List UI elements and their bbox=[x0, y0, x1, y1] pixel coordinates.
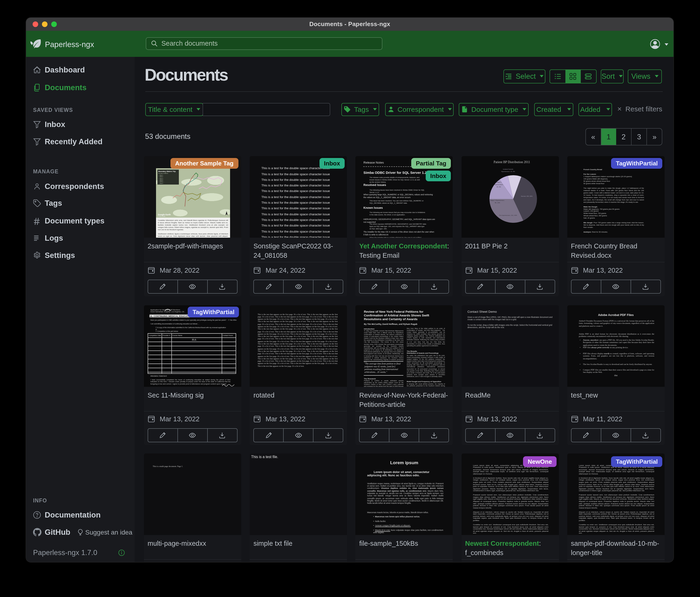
svg-text:Hypertension, 31, 6%: Hypertension, 31, 6% bbox=[501, 171, 515, 172]
svg-text:Stage 2: Stage 2 bbox=[496, 182, 501, 183]
svg-text:44, 9%: 44, 9% bbox=[497, 186, 501, 188]
svg-text:65, 13%: 65, 13% bbox=[495, 202, 500, 204]
svg-text:Hypertension,: Hypertension, bbox=[494, 184, 503, 186]
svg-text:Isolated Systolic: Isolated Systolic bbox=[503, 168, 513, 170]
svg-text:Normal, 150, 30%: Normal, 150, 30% bbox=[521, 195, 532, 197]
svg-text:Patient BP Distribution 2011: Patient BP Distribution 2011 bbox=[494, 161, 530, 164]
svg-text:Stage 1 Hypertension,: Stage 1 Hypertension, bbox=[490, 200, 505, 201]
svg-text:Pre-hypertension, 212, 42%: Pre-hypertension, 212, 42% bbox=[499, 215, 517, 216]
